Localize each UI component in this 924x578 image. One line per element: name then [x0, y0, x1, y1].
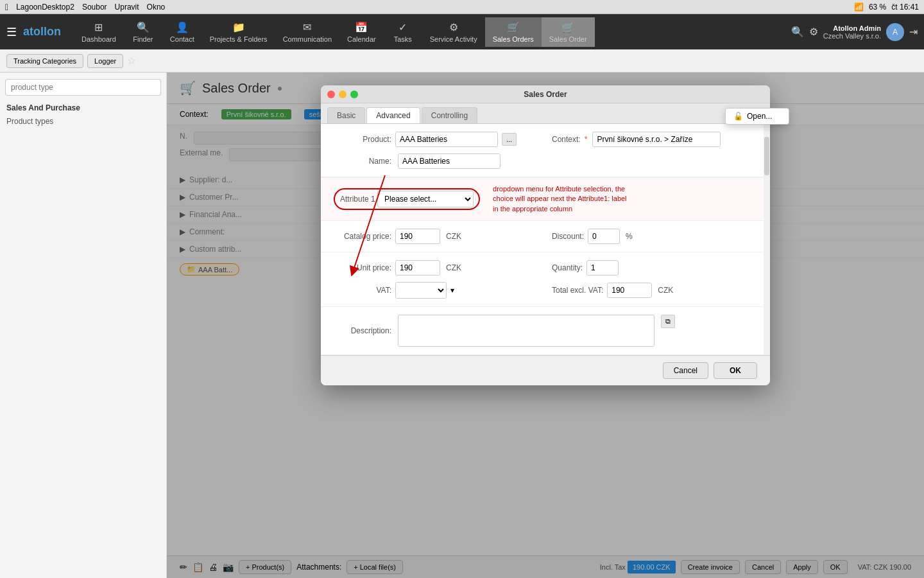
user-org: Czech Valley s.r.o.	[823, 32, 881, 40]
vat-label: VAT:	[334, 286, 391, 295]
sidebar-search-input[interactable]	[5, 79, 161, 96]
catalog-price-input[interactable]	[395, 229, 440, 244]
header-right: 🔍 ⚙ Atollon Admin Czech Valley s.r.o. A …	[791, 23, 918, 41]
description-copy-btn[interactable]: ⧉	[661, 315, 675, 328]
nav-dashboard[interactable]: ⊞ Dashboard	[74, 17, 124, 47]
hamburger-menu[interactable]: ☰	[6, 25, 17, 39]
nav-finder[interactable]: 🔍 Finder	[124, 17, 162, 47]
header-search-icon[interactable]: 🔍	[791, 26, 804, 38]
form-row-vat: VAT: ▾ Total excl. VAT: CZK	[334, 282, 757, 299]
tracking-categories-button[interactable]: Tracking Categories	[6, 54, 83, 68]
toolbar: Tracking Categories Logger ☆	[0, 49, 924, 73]
product-label: Product:	[334, 135, 391, 144]
nav-contact[interactable]: 👤 Contact	[162, 17, 202, 47]
traffic-lights	[327, 91, 358, 98]
finder-icon: 🔍	[137, 21, 150, 33]
discount-input[interactable]	[588, 229, 620, 244]
attribute-inner: Attribute 1 Please select... dropdown me…	[334, 184, 757, 214]
form-section-unit: Unit price: CZK Quantity:	[321, 252, 770, 307]
nav-calendar-label: Calendar	[347, 35, 376, 43]
catalog-currency: CZK	[446, 232, 461, 241]
unit-currency: CZK	[446, 263, 461, 272]
total-excl-input[interactable]	[607, 283, 652, 298]
modal-ok-btn[interactable]: OK	[714, 362, 757, 379]
quantity-label: Quantity:	[552, 263, 583, 272]
nav-sales-order[interactable]: 🛒 Sales Order	[542, 17, 595, 47]
minimize-button[interactable]	[339, 91, 346, 98]
description-textarea[interactable]	[398, 315, 654, 347]
battery-label: 63 %	[869, 3, 886, 12]
attribute1-oval: Attribute 1 Please select...	[334, 188, 480, 210]
logger-button[interactable]: Logger	[87, 54, 123, 68]
bg-content: 🛒 Sales Order ● Context: První šikovné s…	[167, 73, 924, 578]
unit-col: Unit price: CZK	[334, 260, 539, 276]
nav-contact-label: Contact	[170, 35, 194, 43]
tab-controlling[interactable]: Controlling	[422, 107, 477, 123]
menu-soubor[interactable]: Soubor	[82, 3, 107, 12]
form-row-catalog: Catalog price: CZK Discount: %	[334, 229, 757, 244]
sidebar: Sales And Purchase Product types	[0, 73, 167, 578]
form-row-description: Description: ⧉	[334, 315, 757, 347]
time-display: čt 16:41	[891, 3, 919, 12]
product-picker-btn[interactable]: ...	[502, 133, 517, 146]
nav-service-label: Service Activity	[430, 35, 477, 43]
form-section-description: Description: ⧉	[321, 307, 770, 355]
service-icon: ⚙	[449, 21, 458, 33]
nav-projects[interactable]: 📁 Projects & Folders	[202, 17, 275, 47]
nav-service-activity[interactable]: ⚙ Service Activity	[422, 17, 485, 47]
description-label: Description:	[334, 326, 391, 335]
contact-icon: 👤	[176, 21, 189, 33]
context-label: Context:	[552, 135, 581, 144]
modal-title: Sales Order	[524, 90, 567, 99]
catalog-price-label: Catalog price:	[334, 232, 391, 241]
tasks-icon: ✓	[398, 21, 407, 33]
attribute1-select[interactable]: Please select...	[377, 191, 474, 207]
nav-communication-label: Communication	[283, 35, 332, 43]
app-logo: atollon	[23, 25, 61, 39]
dashboard-icon: ⊞	[94, 21, 103, 33]
attribute1-label: Attribute 1	[340, 195, 375, 204]
tab-basic[interactable]: Basic	[327, 107, 365, 123]
projects-icon: 📁	[232, 21, 245, 33]
open-icon: 🔓	[733, 112, 743, 121]
nav-sales-orders[interactable]: 🛒 Sales Orders	[485, 17, 542, 47]
wifi-icon: 📶	[854, 3, 864, 12]
apple-icon[interactable]: 	[5, 2, 8, 12]
nav-sales-orders-label: Sales Orders	[493, 35, 534, 43]
maximize-button[interactable]	[350, 91, 358, 98]
vat-col: VAT: ▾	[334, 282, 539, 299]
nav-tasks[interactable]: ✓ Tasks	[384, 17, 422, 47]
attribute-annotation: dropdown menu for Attribute selection, t…	[493, 184, 634, 214]
quantity-input[interactable]	[586, 260, 619, 276]
tab-advanced[interactable]: Advanced	[366, 107, 420, 123]
user-avatar[interactable]: A	[886, 23, 904, 41]
close-button[interactable]	[327, 91, 335, 98]
discount-col: Discount: %	[552, 229, 757, 244]
header-settings-icon[interactable]: ⚙	[809, 26, 818, 38]
star-icon[interactable]: ☆	[127, 55, 136, 67]
product-input[interactable]	[395, 132, 498, 147]
modal-tabs: Basic Advanced Controlling	[321, 103, 770, 124]
unit-price-label: Unit price:	[334, 263, 391, 272]
logout-icon[interactable]: ⇥	[909, 26, 918, 38]
nav-calendar[interactable]: 📅 Calendar	[339, 17, 384, 47]
scrollbar-thumb[interactable]	[764, 137, 769, 175]
vat-select[interactable]	[395, 282, 447, 299]
context-input[interactable]	[592, 132, 721, 147]
form-row-unit: Unit price: CZK Quantity:	[334, 260, 757, 276]
sidebar-item-product-types[interactable]: Product types	[0, 115, 166, 128]
app-name[interactable]: LagoonDesktop2	[16, 3, 74, 12]
sales-order-icon: 🛒	[561, 21, 574, 33]
catalog-discount-cols: Catalog price: CZK Discount: %	[334, 229, 757, 244]
menu-okno[interactable]: Okno	[147, 3, 166, 12]
nav-communication[interactable]: ✉ Communication	[275, 17, 339, 47]
name-input[interactable]	[398, 153, 501, 169]
context-col: Context: *	[552, 132, 757, 147]
modal-cancel-btn[interactable]: Cancel	[663, 362, 708, 379]
modal-body: Product: ... Context: *	[321, 124, 770, 355]
unit-price-input[interactable]	[395, 260, 440, 276]
open-menu-item[interactable]: 🔓 Open...	[726, 109, 789, 124]
menu-upravit[interactable]: Upravit	[115, 3, 139, 12]
attribute-row: Attribute 1 Please select... dropdown me…	[321, 177, 770, 221]
total-currency: CZK	[658, 286, 673, 295]
